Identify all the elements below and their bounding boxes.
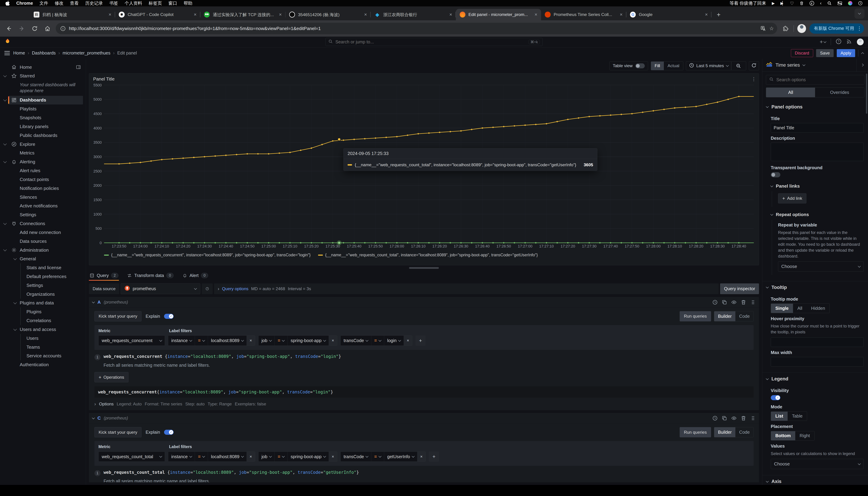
datasource-select[interactable]: prometheus (121, 283, 201, 294)
sidebar-item-users[interactable]: Users (0, 334, 86, 343)
tab-close-icon[interactable]: × (193, 12, 198, 17)
fill-actual-segment[interactable]: FillActual (651, 61, 683, 70)
sidebar-item-default-preferences[interactable]: Default preferences (0, 272, 86, 281)
options-search-input[interactable] (776, 77, 861, 82)
sidebar-item-users-and-access[interactable]: Users and access (0, 325, 86, 334)
profile-avatar[interactable] (797, 24, 806, 33)
option-hidden[interactable]: Hidden (807, 304, 830, 313)
label-filter-job[interactable]: job = spring-boot-app × (258, 452, 337, 462)
remove-filter-icon[interactable]: × (247, 336, 255, 345)
save-button[interactable]: Save (816, 49, 834, 57)
description-textarea[interactable] (771, 143, 864, 161)
sidebar-item-correlations[interactable]: Correlations (0, 316, 86, 325)
browser-tab-7[interactable]: Prometheus Time Series Coll... × (541, 9, 626, 20)
repeat-options-header[interactable]: Repeat options (771, 210, 864, 220)
query-history-icon[interactable] (712, 416, 718, 421)
apple-icon[interactable] (5, 1, 10, 5)
menubar-item-[interactable]: 文件 (40, 0, 48, 6)
news-signal-icon[interactable] (846, 38, 852, 45)
sidebar-item-starred[interactable]: Starred (0, 72, 86, 80)
duplicate-query-icon[interactable] (722, 299, 727, 305)
tab-close-icon[interactable]: × (448, 12, 453, 17)
next-track-icon[interactable]: ▶▏ (780, 1, 784, 5)
delete-query-icon[interactable] (741, 416, 746, 421)
section-header-legend[interactable]: Legend (762, 373, 868, 385)
site-info-icon[interactable] (60, 26, 65, 31)
reload-icon[interactable] (30, 24, 40, 33)
browser-tab-5[interactable]: ◆ 浙江农商联合银行 × (371, 9, 456, 20)
music-app-icon[interactable] (809, 1, 814, 5)
panel-title-input[interactable] (771, 123, 864, 133)
option-bottom[interactable]: Bottom (771, 431, 795, 440)
legend-mode-segment[interactable]: ListTable (771, 412, 807, 421)
label-filter-transcode[interactable]: transCode = getUserInfo × (340, 452, 426, 462)
max-width-input[interactable] (771, 357, 864, 367)
user-avatar[interactable] (857, 38, 864, 45)
query-header-A[interactable]: A (prometheus) (89, 297, 759, 308)
menubar-item-[interactable]: 书签 (109, 0, 118, 6)
remove-filter-icon[interactable]: × (247, 452, 255, 462)
remove-filter-icon[interactable]: × (329, 452, 337, 462)
option-right[interactable]: Right (795, 431, 815, 440)
options-search[interactable] (766, 75, 864, 84)
breadcrumb-dashboards[interactable]: Dashboards (32, 50, 56, 56)
tab-close-icon[interactable]: × (108, 12, 112, 17)
toggle-visibility-icon[interactable] (731, 299, 737, 305)
explain-toggle[interactable] (164, 314, 174, 319)
sidebar-item-metrics[interactable]: Metrics (0, 149, 86, 157)
home-icon[interactable] (43, 24, 52, 33)
time-range-picker[interactable]: Last 5 minutes (686, 61, 746, 70)
sidebar-item-data-sources[interactable]: Data sources (0, 237, 86, 246)
clock-icon[interactable] (858, 1, 863, 5)
query-history-icon[interactable] (712, 299, 718, 305)
sidebar-item-teams[interactable]: Teams (0, 343, 86, 352)
refresh-control[interactable] (749, 61, 759, 70)
apply-button[interactable]: Apply (837, 49, 855, 57)
sidebar-item-settings[interactable]: Settings (0, 210, 86, 219)
chevron-down-icon[interactable] (13, 327, 17, 330)
panel-links-header[interactable]: Panel links (771, 181, 864, 191)
option-code[interactable]: Code (735, 311, 754, 321)
kick-start-button[interactable]: Kick start your query (94, 427, 142, 437)
table-view-toggle[interactable] (635, 63, 645, 68)
query-header-C[interactable]: C (prometheus) (89, 413, 759, 424)
trash-icon[interactable] (800, 1, 804, 5)
drag-handle-icon[interactable] (750, 416, 756, 421)
sidebar-item-active-notifications[interactable]: Active notifications (0, 201, 86, 210)
play-icon[interactable]: ▶ (772, 1, 775, 5)
add-new-button[interactable]: + (820, 39, 826, 45)
toggle-visibility-icon[interactable] (731, 416, 737, 421)
section-header-axis[interactable]: Axis (762, 475, 868, 485)
option-all[interactable]: All (793, 304, 807, 313)
tab-close-icon[interactable]: × (363, 12, 368, 17)
dock-menu-icon[interactable] (76, 65, 81, 69)
option-actual[interactable]: Actual (664, 62, 683, 70)
sidebar-item-alerting[interactable]: Alerting (0, 157, 86, 166)
browser-tab-6[interactable]: Edit panel - micrometer_prom... × (456, 9, 541, 20)
grafana-logo[interactable] (4, 38, 11, 46)
tab-transform-data[interactable]: Transform data 0 (126, 270, 174, 281)
search-input[interactable] (336, 40, 526, 44)
tooltip-mode-segment[interactable]: SingleAllHidden (771, 304, 830, 313)
chevron-down-icon[interactable] (3, 160, 6, 163)
sidebar-item-settings[interactable]: Settings (0, 281, 86, 290)
discard-button[interactable]: Discard (791, 49, 813, 57)
section-header-panel-options[interactable]: Panel options (762, 101, 868, 113)
chevron-down-icon[interactable] (3, 248, 6, 251)
panel-menu-icon[interactable]: ⋮ (751, 76, 756, 82)
tab-alert[interactable]: Alert 0 (182, 270, 209, 281)
chrome-menu-kebab-icon[interactable]: ⋮ (857, 26, 862, 31)
sidebar-item-silences[interactable]: Silences (0, 193, 86, 202)
label-filter-job[interactable]: job = spring-boot-app × (258, 336, 337, 346)
browser-tab-4[interactable]: 3546514206 (杨 海波) × (285, 9, 371, 20)
control-center-icon[interactable] (837, 1, 842, 5)
translate-icon[interactable] (761, 26, 766, 31)
chevron-down-icon[interactable] (3, 142, 6, 145)
datasource-help-icon[interactable]: ? (202, 283, 213, 294)
sidebar-item-stats-and-license[interactable]: Stats and license (0, 263, 86, 272)
query-options-summary[interactable]: ›Options Legend: AutoFormat: Time series… (94, 401, 754, 407)
menubar-app-name[interactable]: Chrome (16, 1, 33, 6)
legend-values-select[interactable]: Choose (771, 459, 864, 469)
back-icon[interactable] (4, 24, 14, 33)
chrome-update-button[interactable]: 有新版 Chrome 可用 ⋮ (809, 24, 864, 34)
